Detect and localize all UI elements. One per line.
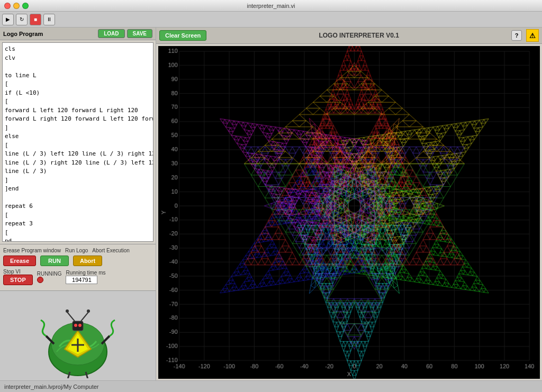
window-title: interpreter_main.vi	[247, 3, 295, 9]
svg-rect-6	[73, 321, 83, 331]
running-indicator	[37, 277, 43, 283]
svg-line-9	[67, 312, 75, 321]
run-logo-button[interactable]: RUN	[40, 256, 69, 266]
toolbar: ▶ ↻ ■ ⏸	[0, 12, 542, 28]
run-button[interactable]: ▶	[2, 14, 14, 25]
left-panel: Logo Program LOAD SAVE cls clv to line L…	[0, 28, 156, 380]
title-bar: interpreter_main.vi	[0, 0, 542, 12]
close-button[interactable]	[4, 3, 11, 9]
abort-execution-label: Abort Execution	[92, 248, 130, 253]
fractal-canvas[interactable]	[158, 46, 540, 379]
robot-image	[35, 294, 120, 378]
main-layout: Logo Program LOAD SAVE cls clv to line L…	[0, 28, 542, 380]
status-text: interpreter_main.lvproj/My Computer	[4, 384, 99, 390]
erease-button[interactable]: Erease	[3, 256, 36, 266]
svg-point-8	[78, 324, 82, 327]
running-status-label: RUNNING	[37, 271, 62, 277]
buttons-row: Erease RUN Abort	[3, 256, 152, 266]
running-time-input[interactable]	[66, 276, 97, 284]
bottom-controls: Erease Program window Run Logo Abort Exe…	[0, 244, 156, 290]
program-section-header: Logo Program LOAD SAVE	[0, 28, 156, 40]
graph-canvas-wrapper	[156, 44, 542, 381]
svg-point-12	[87, 309, 90, 313]
code-editor[interactable]: cls clv to line L [ if (L <10) [ forward…	[2, 42, 153, 242]
graph-title: LOGO INTERPRETER V0.1	[211, 32, 507, 39]
erease-label: Erease Program window	[3, 248, 61, 253]
stop-row: Stop VI STOP RUNNING Running time ms	[3, 268, 152, 285]
abort-exec-button[interactable]: Abort	[73, 256, 102, 266]
stop-vi-label: Stop VI	[3, 269, 21, 275]
pause-button[interactable]: ⏸	[43, 14, 55, 25]
load-button[interactable]: LOAD	[98, 29, 124, 38]
warning-icon: ⚠	[526, 29, 539, 42]
window-controls	[4, 3, 29, 9]
robot-area	[0, 290, 156, 380]
svg-point-10	[66, 309, 69, 313]
stop-vi-button[interactable]: STOP	[3, 275, 33, 285]
minimize-button[interactable]	[13, 3, 20, 9]
right-panel: Clear Screen LOGO INTERPRETER V0.1 ? ⚠	[156, 28, 542, 380]
help-button[interactable]: ?	[511, 30, 522, 41]
run-continuously-button[interactable]: ↻	[16, 14, 28, 25]
clear-screen-button[interactable]: Clear Screen	[159, 30, 206, 41]
abort-button[interactable]: ■	[30, 14, 41, 25]
erease-row: Erease Program window Run Logo Abort Exe…	[3, 248, 152, 253]
running-time-label: Running time ms	[66, 270, 105, 276]
program-section-label: Logo Program	[3, 31, 43, 37]
run-logo-label: Run Logo	[65, 248, 88, 253]
save-button[interactable]: SAVE	[127, 29, 153, 38]
svg-point-7	[74, 324, 77, 327]
maximize-button[interactable]	[22, 3, 29, 9]
svg-line-11	[81, 312, 88, 321]
graph-header: Clear Screen LOGO INTERPRETER V0.1 ? ⚠	[156, 28, 542, 44]
status-bar: interpreter_main.lvproj/My Computer	[0, 380, 542, 392]
